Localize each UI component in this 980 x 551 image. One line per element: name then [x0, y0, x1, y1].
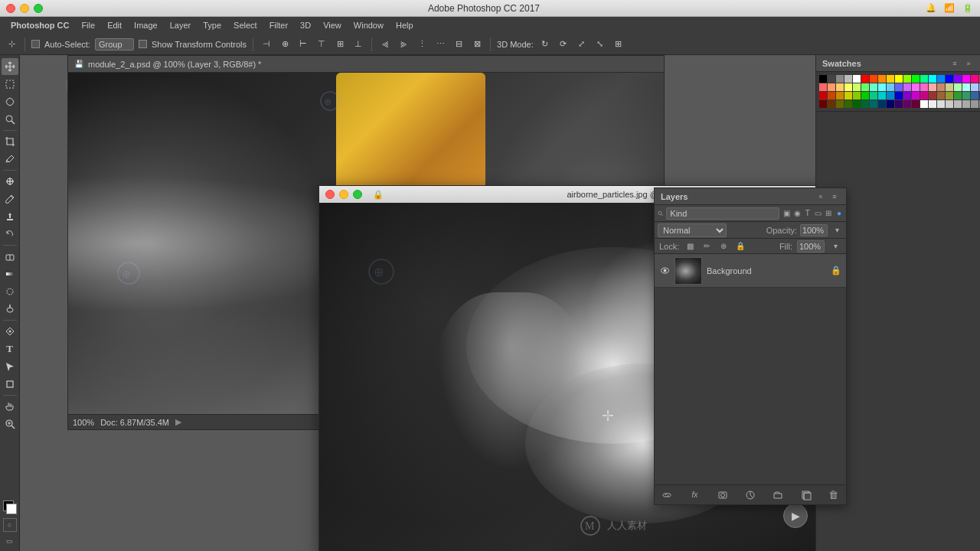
- opacity-input[interactable]: [800, 224, 828, 236]
- auto-select-checkbox[interactable]: [31, 40, 40, 48]
- maximize-button[interactable]: [34, 4, 43, 13]
- swatch-color-49[interactable]: [861, 92, 869, 99]
- menu-view[interactable]: View: [317, 19, 348, 31]
- menu-window[interactable]: Window: [348, 19, 390, 31]
- 3d-pan-btn[interactable]: ⤢: [575, 37, 589, 51]
- show-transform-checkbox[interactable]: [139, 40, 147, 48]
- lasso-tool-btn[interactable]: [2, 93, 18, 110]
- swatch-color-72[interactable]: [870, 100, 877, 108]
- layer-visibility-eye[interactable]: [659, 266, 670, 276]
- swatch-color-1[interactable]: [828, 75, 835, 83]
- distribute-middle-btn[interactable]: ⊟: [452, 37, 466, 51]
- layers-filter-pixel-btn[interactable]: ▣: [782, 207, 790, 220]
- hand-tool-btn[interactable]: [2, 398, 18, 415]
- screen-mode-btn[interactable]: ▭: [3, 534, 17, 548]
- link-layers-btn[interactable]: [659, 487, 675, 503]
- swatch-color-9[interactable]: [895, 75, 903, 83]
- swatch-color-39[interactable]: [962, 83, 970, 91]
- new-layer-btn[interactable]: [799, 487, 814, 503]
- swatch-color-34[interactable]: [920, 83, 928, 91]
- swatch-color-33[interactable]: [912, 83, 920, 91]
- lock-transparent-btn[interactable]: ▩: [684, 240, 696, 253]
- auto-select-dropdown[interactable]: Group Layer: [95, 38, 134, 51]
- swatch-color-30[interactable]: [887, 83, 894, 91]
- swatch-color-73[interactable]: [878, 100, 886, 108]
- swatches-expand-btn[interactable]: »: [963, 58, 974, 69]
- blur-tool-btn[interactable]: [2, 283, 18, 300]
- swatch-color-7[interactable]: [878, 75, 886, 83]
- swatch-color-52[interactable]: [887, 92, 894, 99]
- swatch-color-4[interactable]: [853, 75, 861, 83]
- align-left-edges-btn[interactable]: ⊣: [260, 37, 273, 51]
- menu-help[interactable]: Help: [390, 19, 420, 31]
- menu-image[interactable]: Image: [128, 19, 164, 31]
- swatch-color-46[interactable]: [836, 92, 844, 99]
- shape-tool-btn[interactable]: [2, 376, 18, 393]
- eyedropper-tool-btn[interactable]: [2, 151, 18, 168]
- play-button[interactable]: ▶: [783, 504, 808, 528]
- swatch-color-66[interactable]: [819, 100, 827, 108]
- swatch-color-68[interactable]: [836, 100, 844, 108]
- layers-menu-btn[interactable]: ≡: [829, 191, 840, 202]
- swatch-color-14[interactable]: [937, 75, 945, 83]
- swatch-color-23[interactable]: [828, 83, 835, 91]
- swatch-color-70[interactable]: [853, 100, 861, 108]
- swatch-color-5[interactable]: [861, 75, 869, 83]
- 3d-roll-btn[interactable]: ⟳: [557, 37, 570, 51]
- swatch-color-78[interactable]: [920, 100, 928, 108]
- create-group-btn[interactable]: [770, 487, 786, 503]
- swatch-color-31[interactable]: [895, 83, 903, 91]
- swatch-color-8[interactable]: [887, 75, 894, 83]
- clone-stamp-tool-btn[interactable]: [2, 208, 18, 225]
- swatch-color-59[interactable]: [946, 92, 953, 99]
- swatch-color-27[interactable]: [861, 83, 869, 91]
- distribute-bottom-btn[interactable]: ⊠: [470, 37, 484, 51]
- doc2-maximize-btn[interactable]: [353, 190, 362, 199]
- add-mask-btn[interactable]: [715, 487, 730, 503]
- layers-filter-toggle-btn[interactable]: ●: [835, 207, 843, 220]
- swatch-color-61[interactable]: [962, 92, 970, 99]
- swatch-color-53[interactable]: [895, 92, 903, 99]
- blend-mode-select[interactable]: Normal Multiply Screen: [658, 223, 727, 237]
- swatch-color-17[interactable]: [962, 75, 970, 83]
- swatch-color-47[interactable]: [844, 92, 852, 99]
- swatch-color-67[interactable]: [828, 100, 835, 108]
- healing-tool-btn[interactable]: [2, 173, 18, 190]
- menu-type[interactable]: Type: [197, 19, 227, 31]
- swatch-color-35[interactable]: [929, 83, 936, 91]
- swatch-color-48[interactable]: [853, 92, 861, 99]
- fill-dropdown-btn[interactable]: ▾: [829, 240, 841, 253]
- swatches-collapse-btn[interactable]: ≡: [949, 58, 960, 69]
- crop-tool-btn[interactable]: [2, 133, 18, 150]
- 3d-rotate-btn[interactable]: ↻: [538, 37, 552, 51]
- menu-edit[interactable]: Edit: [101, 19, 128, 31]
- pen-tool-btn[interactable]: [2, 323, 18, 340]
- layers-filter-adj-btn[interactable]: ◉: [793, 207, 801, 220]
- swatch-color-81[interactable]: [946, 100, 953, 108]
- align-top-edges-btn[interactable]: ⊤: [315, 37, 328, 51]
- swatch-color-38[interactable]: [954, 83, 962, 91]
- lock-all-btn[interactable]: 🔒: [734, 240, 746, 253]
- swatch-color-50[interactable]: [870, 92, 877, 99]
- swatch-color-69[interactable]: [844, 100, 852, 108]
- move-tool-btn[interactable]: [2, 58, 18, 75]
- swatch-color-84[interactable]: [971, 100, 978, 108]
- swatch-color-12[interactable]: [920, 75, 928, 83]
- distribute-left-btn[interactable]: ⫷: [378, 37, 392, 51]
- layers-filter-shape-btn[interactable]: ▭: [815, 207, 822, 220]
- distribute-top-btn[interactable]: ⋯: [433, 37, 447, 51]
- menu-select[interactable]: Select: [227, 19, 263, 31]
- distribute-right-btn[interactable]: ⋮: [415, 37, 429, 51]
- swatch-color-77[interactable]: [912, 100, 920, 108]
- align-center-horizontal-btn[interactable]: ⊞: [333, 37, 347, 51]
- tool-preset-picker[interactable]: ⊹: [5, 37, 18, 51]
- fill-input[interactable]: [797, 240, 825, 253]
- menu-layer[interactable]: Layer: [164, 19, 198, 31]
- swatch-color-80[interactable]: [937, 100, 945, 108]
- swatch-color-83[interactable]: [962, 100, 970, 108]
- swatch-color-28[interactable]: [870, 83, 877, 91]
- lock-position-btn[interactable]: ⊕: [717, 240, 730, 253]
- align-right-edges-btn[interactable]: ⊢: [296, 37, 310, 51]
- menu-file[interactable]: File: [75, 19, 101, 31]
- brush-tool-btn[interactable]: [2, 191, 18, 207]
